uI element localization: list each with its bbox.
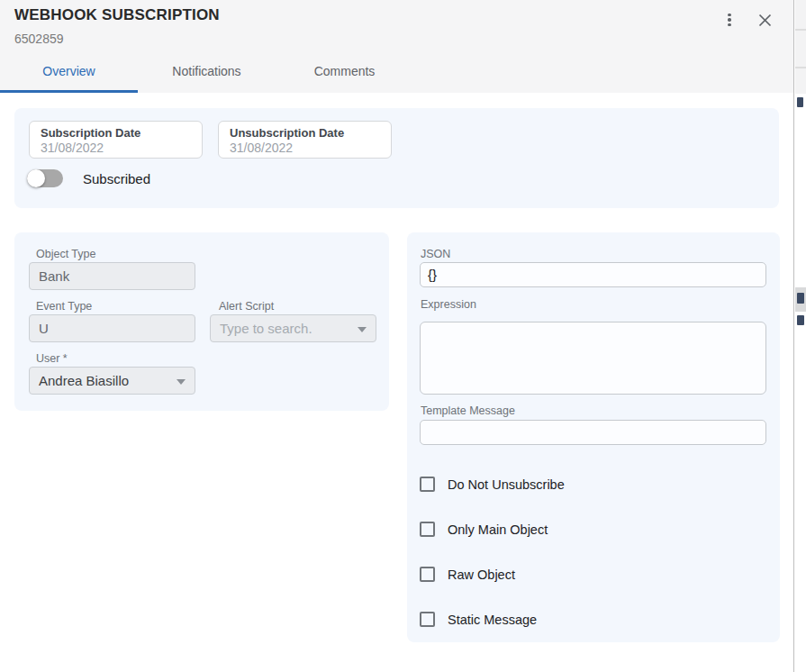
tab-bar: Overview Notifications Comments xyxy=(0,53,413,93)
background-text-fragment xyxy=(797,97,803,107)
expression-textarea[interactable] xyxy=(420,322,766,395)
webhook-subscription-dialog: WEBHOOK SUBSCRIPTION 6502859 Overview No… xyxy=(0,0,793,672)
background-page-strip xyxy=(793,0,806,672)
record-id: 6502859 xyxy=(14,32,64,46)
object-type-value: Bank xyxy=(39,268,69,284)
checkbox-label: Static Message xyxy=(448,613,537,627)
expression-label: Expression xyxy=(421,298,476,311)
checkbox-label: Only Main Object xyxy=(448,522,548,537)
more-options-icon[interactable] xyxy=(720,10,739,30)
user-label: User * xyxy=(36,352,68,365)
alert-script-placeholder: Type to search. xyxy=(220,321,312,336)
template-message-input[interactable] xyxy=(420,420,766,445)
subscription-date-value: 31/08/2022 xyxy=(41,141,191,156)
tab-overview-label: Overview xyxy=(42,64,95,78)
unsubscription-date-label: Unsubscription Date xyxy=(230,126,380,140)
json-label: JSON xyxy=(421,248,450,260)
json-value: {} xyxy=(428,267,437,282)
tab-comments-label: Comments xyxy=(314,64,376,78)
event-type-value: U xyxy=(39,321,49,336)
checkbox-label: Do Not Unsubscribe xyxy=(448,477,565,492)
json-input[interactable]: {} xyxy=(420,262,766,287)
tab-notifications-label: Notifications xyxy=(172,64,240,78)
subscribed-toggle-label: Subscribed xyxy=(83,171,150,186)
unsubscription-date-field[interactable]: Unsubscription Date 31/08/2022 xyxy=(218,121,392,159)
message-panel: JSON {} Expression Template Message Do N… xyxy=(407,232,780,642)
toggle-knob xyxy=(27,169,45,187)
unsubscription-date-value: 31/08/2022 xyxy=(230,141,380,156)
checkbox-unchecked-icon[interactable] xyxy=(420,612,435,627)
checkbox-row-do-not-unsubscribe[interactable]: Do Not Unsubscribe xyxy=(420,477,565,492)
tab-overview[interactable]: Overview xyxy=(0,53,138,93)
alert-script-select[interactable]: Type to search. xyxy=(210,314,376,342)
checkbox-unchecked-icon[interactable] xyxy=(420,567,435,582)
subscription-date-field[interactable]: Subscription Date 31/08/2022 xyxy=(29,121,203,159)
object-type-input[interactable]: Bank xyxy=(29,262,195,290)
background-page-header xyxy=(795,0,806,94)
user-value: Andrea Biasillo xyxy=(39,373,129,388)
checkbox-unchecked-icon[interactable] xyxy=(420,477,435,492)
dropdown-arrow-icon xyxy=(177,379,186,385)
user-select[interactable]: Andrea Biasillo xyxy=(29,367,195,395)
background-text-fragment xyxy=(797,293,804,304)
subscribed-toggle-row: Subscribed xyxy=(27,168,150,189)
template-message-label: Template Message xyxy=(421,404,515,417)
subscription-panel: Subscription Date 31/08/2022 Unsubscript… xyxy=(14,108,779,208)
event-type-label: Event Type xyxy=(36,300,92,313)
checkbox-row-only-main-object[interactable]: Only Main Object xyxy=(420,522,548,537)
dialog-header: WEBHOOK SUBSCRIPTION 6502859 Overview No… xyxy=(0,0,793,93)
object-type-label: Object Type xyxy=(36,248,95,260)
event-type-input[interactable]: U xyxy=(29,314,195,342)
tab-comments[interactable]: Comments xyxy=(276,53,413,93)
alert-script-label: Alert Script xyxy=(219,300,274,313)
subscribed-toggle[interactable] xyxy=(27,169,63,187)
screen: WEBHOOK SUBSCRIPTION 6502859 Overview No… xyxy=(0,0,806,672)
checkbox-label: Raw Object xyxy=(448,568,515,582)
checkbox-unchecked-icon[interactable] xyxy=(420,522,435,537)
background-divider xyxy=(795,67,806,68)
dropdown-arrow-icon xyxy=(358,327,367,332)
details-panel: Object Type Bank Event Type U Alert Scri… xyxy=(14,232,389,411)
checkbox-row-static-message[interactable]: Static Message xyxy=(420,612,537,627)
close-icon[interactable] xyxy=(755,10,774,30)
subscription-date-label: Subscription Date xyxy=(41,126,191,140)
checkbox-row-raw-object[interactable]: Raw Object xyxy=(420,567,515,582)
dialog-title: WEBHOOK SUBSCRIPTION xyxy=(14,6,220,24)
tab-notifications[interactable]: Notifications xyxy=(138,53,276,93)
background-divider xyxy=(795,29,806,31)
background-text-fragment xyxy=(797,315,804,325)
